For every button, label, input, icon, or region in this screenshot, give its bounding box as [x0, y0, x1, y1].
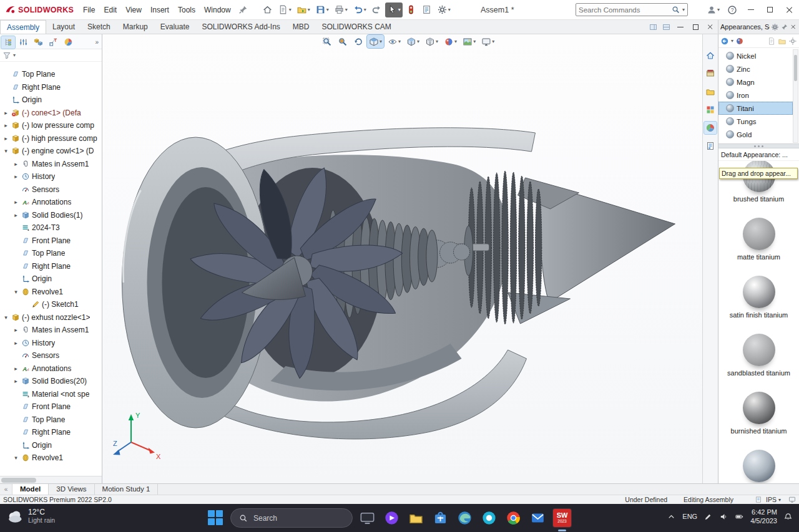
file-explorer-tab[interactable] — [704, 85, 717, 98]
appearance-category-tungs[interactable]: Tungs — [718, 115, 793, 128]
expand-arrow-icon[interactable]: ▸ — [12, 378, 19, 384]
tree-item[interactable]: Sensors — [0, 349, 102, 362]
filter-funnel-icon[interactable] — [2, 51, 11, 60]
appearances-tab[interactable] — [704, 122, 717, 134]
tree-item[interactable]: ▸Mates in Assem1 — [0, 324, 102, 337]
tree-item[interactable]: 2024-T3 — [0, 221, 102, 235]
section-button[interactable]: ▾ — [367, 35, 384, 48]
nav-dropdown-icon[interactable]: ▾ — [731, 38, 733, 44]
appearance-category-zinc[interactable]: Zinc — [718, 62, 793, 75]
tree-item[interactable]: Right Plane — [0, 260, 102, 273]
command-search[interactable]: ▾ — [576, 3, 688, 16]
tree-item[interactable]: Origin — [0, 439, 102, 452]
appearance-category-magn[interactable]: Magn — [718, 75, 793, 89]
store-taskbar-button[interactable] — [431, 508, 450, 528]
open-library-icon[interactable] — [778, 37, 787, 46]
file-explorer-taskbar-button[interactable] — [406, 508, 426, 528]
tree-item[interactable]: ▸History — [0, 170, 102, 183]
speaker-icon[interactable] — [719, 512, 728, 521]
tree-item[interactable]: ▸AAnnotations — [0, 196, 102, 209]
start-button[interactable] — [206, 508, 225, 528]
expand-arrow-icon[interactable]: ▸ — [12, 340, 19, 346]
tree-item[interactable]: ▾Revolve1 — [0, 452, 102, 465]
doc-restore-button[interactable] — [688, 20, 703, 34]
zoom-fit-button[interactable] — [320, 35, 334, 48]
redo-button[interactable] — [370, 2, 384, 17]
tree-item[interactable]: Top Plane — [0, 68, 102, 81]
tree-item[interactable]: Top Plane — [0, 414, 102, 427]
units-selector[interactable]: IPS — [766, 496, 777, 503]
tray-chevron-icon[interactable] — [667, 512, 676, 521]
tree-item[interactable]: ▾Revolve1 — [0, 286, 102, 299]
dropdown-arrow-icon[interactable]: ▾ — [289, 7, 292, 12]
clock[interactable]: 6:42 PM 4/5/2023 — [750, 508, 777, 526]
expand-arrow-icon[interactable]: ▸ — [12, 212, 19, 218]
tree-item[interactable]: Material <not spe — [0, 388, 102, 401]
dropdown-arrow-icon[interactable]: ▾ — [417, 39, 419, 44]
appearance-category-iron[interactable]: Iron — [718, 89, 793, 102]
tree-item[interactable]: ▸(-) cone<1> (Defa — [0, 107, 102, 120]
tree-item[interactable]: Right Plane — [0, 426, 102, 439]
tab-scroll-left-icon[interactable]: « — [0, 484, 12, 495]
dropdown-arrow-icon[interactable]: ▾ — [326, 7, 329, 12]
dropdown-arrow-icon[interactable]: ▾ — [398, 7, 401, 12]
doc-minimize-button[interactable] — [673, 20, 688, 34]
expand-arrow-icon[interactable]: ▾ — [12, 455, 19, 461]
folder-open-button[interactable]: ▾ — [295, 2, 312, 17]
tab-3d-views[interactable]: 3D Views — [49, 484, 94, 495]
appearance-swatch[interactable]: matte titanium — [721, 218, 797, 276]
design-library-tab[interactable] — [704, 67, 717, 80]
printer-button[interactable]: ▾ — [332, 2, 350, 17]
prev-view-button[interactable] — [351, 35, 365, 48]
edit-appearance-button[interactable]: ▾ — [442, 35, 459, 48]
new-appearance-icon[interactable] — [767, 37, 776, 46]
menu-edit[interactable]: Edit — [99, 3, 121, 17]
home-button[interactable] — [260, 2, 275, 17]
viewport-3d[interactable]: ▾▾▾▾▾▾▾ — [102, 34, 702, 483]
featuremanager-tab[interactable] — [1, 36, 15, 49]
tree-item[interactable]: ▸Solid Bodies(20) — [0, 375, 102, 388]
teal-app-taskbar-button[interactable] — [479, 508, 499, 528]
scrollbar-thumb[interactable] — [1, 478, 36, 483]
eye-button[interactable]: ▾ — [386, 35, 403, 48]
ribbon-tab-solidworks-cam[interactable]: SOLIDWORKS CAM — [316, 20, 398, 34]
pane-split-button[interactable] — [660, 20, 673, 34]
dropdown-arrow-icon[interactable]: ▾ — [448, 7, 451, 12]
menu-tools[interactable]: Tools — [174, 3, 200, 17]
appearance-swatch[interactable]: satin finish titanium — [721, 276, 797, 334]
search-dropdown-icon[interactable]: ▾ — [682, 7, 685, 12]
tab-scroll-icon[interactable]: » — [95, 39, 100, 46]
menu-insert[interactable]: Insert — [146, 3, 174, 17]
solidworks-taskbar-button[interactable]: SW2023 — [552, 508, 572, 528]
doc-close-button[interactable] — [703, 20, 718, 34]
task-pane-splitter[interactable] — [718, 143, 799, 148]
appearance-swatch[interactable]: sandblasted titanium — [721, 334, 797, 392]
dropdown-arrow-icon[interactable]: ▾ — [436, 39, 438, 44]
expand-arrow-icon[interactable]: ▸ — [12, 173, 19, 180]
taskbar-search[interactable]: Search — [230, 508, 353, 528]
dropdown-arrow-icon[interactable]: ▾ — [308, 7, 310, 12]
menu-window[interactable]: Window — [200, 3, 235, 17]
close-button[interactable] — [780, 0, 799, 19]
tree-item[interactable]: Front Plane — [0, 235, 102, 248]
tab-motion-study-1[interactable]: Motion Study 1 — [95, 484, 159, 495]
view-orientation-button[interactable]: ▾ — [404, 35, 421, 48]
search-icon[interactable] — [672, 6, 680, 14]
account-button[interactable]: ▾ — [703, 5, 723, 15]
dropdown-arrow-icon[interactable]: ▾ — [364, 7, 366, 12]
tree-item[interactable]: Front Plane — [0, 400, 102, 414]
language-indicator[interactable]: ENG — [682, 513, 697, 520]
ribbon-tab-mbd[interactable]: MBD — [287, 20, 316, 34]
back-icon[interactable] — [720, 37, 729, 46]
appearance-swatch[interactable]: cast titanium — [721, 450, 797, 483]
tree-item[interactable]: Right Plane — [0, 81, 102, 94]
search-commands-input[interactable] — [579, 6, 670, 14]
units-dropdown-icon[interactable]: ▾ — [778, 497, 781, 503]
status-panel-icon[interactable] — [788, 496, 796, 503]
expand-arrow-icon[interactable]: ▸ — [12, 161, 19, 167]
tree-item[interactable]: ▸(-) low pressure comp — [0, 119, 102, 132]
zoom-area-button[interactable] — [336, 35, 350, 48]
pane-pin-icon[interactable] — [780, 23, 788, 31]
dropdown-arrow-icon[interactable]: ▾ — [473, 39, 476, 44]
dropdown-arrow-icon[interactable]: ▾ — [398, 39, 401, 44]
